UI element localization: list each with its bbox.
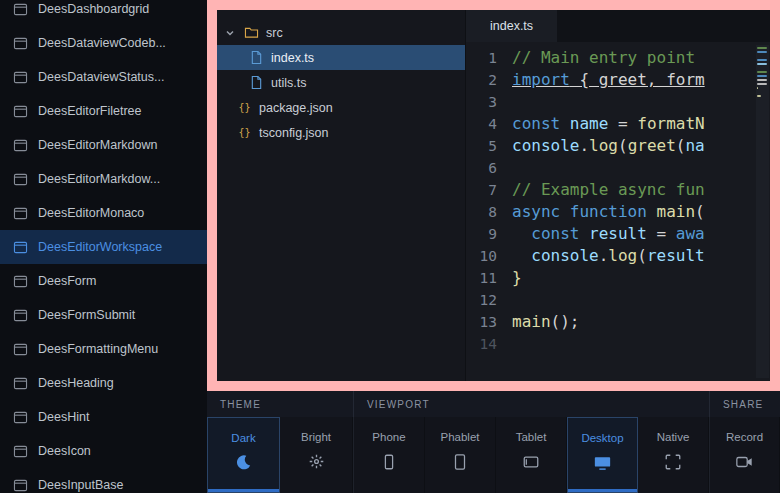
tablet-icon [522, 453, 540, 471]
code-editor: index.ts 1// Main entry point2import { g… [465, 10, 770, 381]
sidebar-item-deeshint[interactable]: DeesHint [0, 400, 207, 434]
line-number: 2 [466, 69, 512, 91]
code-line-14: 14 [466, 333, 770, 355]
toolbar-headers: THEMEVIEWPORTSHARE [207, 391, 780, 417]
json-file-icon: {} [237, 125, 252, 140]
sidebar-item-deeseditorworkspace[interactable]: DeesEditorWorkspace [0, 230, 207, 264]
line-number: 4 [466, 113, 512, 135]
button-label: Dark [231, 432, 255, 444]
line-number: 9 [466, 223, 512, 245]
sidebar-item-deesformsubmit[interactable]: DeesFormSubmit [0, 298, 207, 332]
minimap-line [757, 51, 767, 53]
component-icon [13, 377, 28, 390]
phone-button[interactable]: Phone [354, 417, 425, 493]
code-area[interactable]: 1// Main entry point2import { greet, for… [466, 42, 770, 381]
code-text: // Main entry point [512, 47, 695, 69]
line-number: 1 [466, 47, 512, 69]
native-button[interactable]: Native [638, 417, 709, 493]
sidebar-item-deeseditormarkdown[interactable]: DeesEditorMarkdown [0, 128, 207, 162]
sidebar-item-label: DeesEditorMarkdow... [38, 172, 160, 186]
sidebar-item-deesformattingmenu[interactable]: DeesFormattingMenu [0, 332, 207, 366]
code-line-6: 6 [466, 157, 770, 179]
tree-item-src[interactable]: src [217, 20, 465, 45]
code-text: import { greet, form [512, 69, 705, 91]
svg-text:{}: {} [238, 102, 250, 113]
sidebar: DeesDashboardgridDeesDataviewCodeb...Dee… [0, 0, 207, 493]
sidebar-item-deesdataviewstatus[interactable]: DeesDataviewStatus... [0, 60, 207, 94]
line-number: 11 [466, 267, 512, 289]
sidebar-item-label: DeesDataviewCodeb... [38, 36, 166, 50]
tree-item-package-json[interactable]: {}package.json [217, 95, 465, 120]
code-text: } [512, 267, 522, 289]
tree-item-utils-ts[interactable]: utils.ts [217, 70, 465, 95]
sidebar-item-deesheading[interactable]: DeesHeading [0, 366, 207, 400]
component-icon [13, 207, 28, 220]
main-panel: srcindex.tsutils.ts{}package.json{}tscon… [207, 0, 780, 493]
minimap[interactable] [756, 45, 769, 378]
bright-button[interactable]: Bright [280, 417, 353, 493]
sun-icon [308, 453, 325, 470]
app: DeesDashboardgridDeesDataviewCodeb...Dee… [0, 0, 780, 493]
tablet-button[interactable]: Tablet [496, 417, 567, 493]
editor-tab-index-ts[interactable]: index.ts [466, 10, 557, 42]
minimap-line [757, 79, 767, 81]
sidebar-item-deeseditormarkdow[interactable]: DeesEditorMarkdow... [0, 162, 207, 196]
desktop-icon [593, 454, 612, 472]
component-icon [13, 275, 28, 288]
editor-tabbar: index.ts [466, 10, 770, 42]
sidebar-item-deesinputbase[interactable]: DeesInputBase [0, 468, 207, 493]
phablet-button[interactable]: Phablet [425, 417, 496, 493]
ts-file-icon [249, 50, 264, 65]
minimap-line [757, 75, 767, 77]
tree-item-index-ts[interactable]: index.ts [217, 45, 465, 70]
moon-icon [235, 454, 252, 471]
minimap-line [757, 83, 767, 85]
sidebar-item-deesform[interactable]: DeesForm [0, 264, 207, 298]
code-line-8: 8async function main( [466, 201, 770, 223]
code-line-2: 2import { greet, form [466, 69, 770, 91]
sidebar-item-deesdataviewcodeb[interactable]: DeesDataviewCodeb... [0, 26, 207, 60]
sidebar-item-label: DeesIcon [38, 444, 91, 458]
phablet-icon [451, 453, 469, 471]
component-icon [13, 343, 28, 356]
line-number: 5 [466, 135, 512, 157]
code-text: main(); [512, 311, 579, 333]
button-label: Bright [301, 431, 331, 443]
tree-item-label: src [266, 26, 283, 40]
tree-item-label: package.json [259, 101, 333, 115]
sidebar-item-label: DeesHint [38, 410, 89, 424]
sidebar-item-deeseditorfiletree[interactable]: DeesEditorFiletree [0, 94, 207, 128]
line-number: 14 [466, 333, 512, 355]
sidebar-item-label: DeesDataviewStatus... [38, 70, 164, 84]
desktop-button[interactable]: Desktop [567, 417, 638, 493]
tree-item-tsconfig-json[interactable]: {}tsconfig.json [217, 120, 465, 145]
sidebar-item-label: DeesEditorMonaco [38, 206, 144, 220]
sidebar-item-label: DeesHeading [38, 376, 114, 390]
dark-button[interactable]: Dark [207, 417, 280, 493]
code-lines: 1// Main entry point2import { greet, for… [466, 47, 770, 355]
code-line-12: 12 [466, 289, 770, 311]
code-text: console.log(result [512, 245, 705, 267]
code-text: const name = formatN [512, 113, 705, 135]
component-icon [13, 411, 28, 424]
component-icon [13, 445, 28, 458]
sidebar-item-deeseditormonaco[interactable]: DeesEditorMonaco [0, 196, 207, 230]
sidebar-item-deesdashboardgrid[interactable]: DeesDashboardgrid [0, 0, 207, 26]
chevron-down-icon [225, 28, 237, 38]
code-line-3: 3 [466, 91, 770, 113]
code-text: console.log(greet(na [512, 135, 705, 157]
component-icon [13, 3, 28, 16]
tree-item-label: utils.ts [271, 76, 306, 90]
minimap-line [757, 59, 767, 61]
button-label: Desktop [581, 432, 623, 444]
line-number: 3 [466, 91, 512, 113]
svg-text:{}: {} [238, 127, 250, 138]
tree-item-label: index.ts [271, 51, 314, 65]
tree-item-label: tsconfig.json [259, 126, 328, 140]
button-label: Record [726, 431, 763, 443]
code-text: async function main( [512, 201, 705, 223]
line-number: 12 [466, 289, 512, 311]
sidebar-item-deesicon[interactable]: DeesIcon [0, 434, 207, 468]
minimap-line [757, 63, 767, 65]
record-button[interactable]: Record [710, 417, 780, 493]
